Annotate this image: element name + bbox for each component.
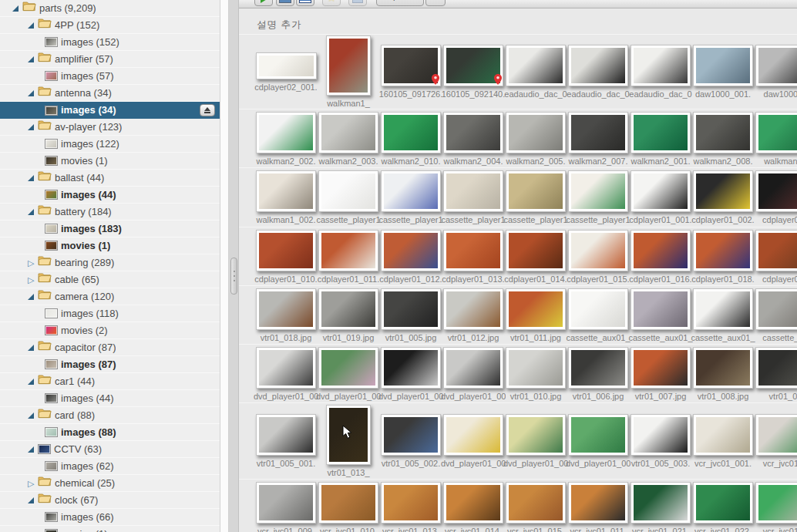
tree-item[interactable]: ▷ cable (65) (0, 271, 220, 288)
thumbnail-image[interactable] (506, 230, 566, 271)
thumbnail-item[interactable]: walkman2_007. (568, 109, 628, 167)
thumbnail-image[interactable] (631, 230, 691, 271)
thumbnail-item[interactable]: cdplayer02_001. (256, 35, 316, 109)
thumbnail-image[interactable] (256, 482, 316, 524)
expand-arrow-icon[interactable] (28, 90, 34, 96)
thumbnail-item[interactable]: cassette_player1 (381, 168, 441, 227)
thumbnail-image[interactable] (443, 414, 503, 456)
thumbnail-item[interactable]: vtr01_013_ (318, 403, 378, 479)
thumbnail-image[interactable] (443, 170, 503, 212)
thumbnail-item[interactable]: cassette_au (755, 286, 797, 344)
expand-arrow-icon[interactable] (28, 294, 34, 300)
thumbnail-item[interactable]: walkman2_002. (256, 109, 316, 167)
thumbnail-item[interactable]: cdplayer01_012. (381, 227, 441, 285)
thumbnail-image[interactable] (631, 45, 691, 86)
tree-item[interactable]: car1 (44) (0, 373, 220, 390)
tree-item[interactable]: images (66) (0, 509, 220, 526)
thumbnail-image[interactable] (381, 347, 441, 389)
thumbnail-image[interactable] (506, 45, 566, 86)
thumbnail-image[interactable] (443, 112, 503, 153)
report-dropdown[interactable]: 레포트 (376, 0, 424, 6)
thumbnail-item[interactable]: cdplayer01_016. (631, 227, 691, 285)
expand-arrow-icon[interactable] (28, 497, 34, 503)
thumbnail-item[interactable]: walkman1_ (318, 35, 378, 109)
tree-scrollbar[interactable] (220, 0, 229, 532)
thumbnail-item[interactable]: cdplayer01_014. (506, 227, 566, 285)
tree-item[interactable]: av-player (123) (0, 119, 220, 136)
expand-arrow-icon[interactable] (12, 5, 18, 12)
thumbnail-item[interactable]: daw1000_001. (693, 35, 753, 109)
thumbnail-item[interactable]: vcr_jvc01_021. (631, 480, 691, 532)
thumbnail-item[interactable]: dvd_player01_00 (318, 345, 378, 402)
thumbnail-item[interactable]: cassette_player1 (443, 168, 503, 227)
thumbnail-image[interactable] (568, 347, 628, 389)
thumbnail-image[interactable] (755, 482, 797, 524)
thumbnail-image[interactable] (381, 414, 441, 456)
tree-item[interactable]: images (44) (0, 390, 220, 407)
thumbnail-image[interactable] (631, 347, 691, 389)
tree-item[interactable]: antenna (34) (0, 85, 220, 102)
thumbnail-image[interactable] (506, 112, 566, 153)
thumbnail-item[interactable]: cassette_aux01_ (631, 286, 691, 344)
thumbnail-item[interactable]: walkman2_010. (381, 109, 441, 167)
thumbnail-image[interactable] (256, 230, 316, 271)
thumbnail-image[interactable] (381, 230, 441, 271)
thumbnail-item[interactable]: vtr01_019.jpg (318, 286, 378, 344)
tree-item[interactable]: ▷ chemical (25) (0, 475, 220, 492)
tree-item[interactable]: camera (120) (0, 288, 220, 305)
thumbnail-item[interactable]: eadaudio_dac_0 (506, 35, 566, 109)
expand-arrow-icon[interactable] (28, 412, 34, 419)
expand-arrow-icon[interactable] (28, 379, 34, 385)
thumbnail-item[interactable]: cdplayer01_010. (256, 227, 316, 285)
tree-item[interactable]: images (34) (0, 102, 220, 119)
thumbnail-item[interactable]: walkman2_001. (631, 109, 691, 167)
thumbnail-item[interactable]: cassette_player1 (506, 168, 566, 227)
thumbnail-item[interactable]: dvd_player01_00 (381, 345, 441, 402)
thumbnail-image[interactable] (381, 288, 441, 330)
collapse-arrow-icon[interactable]: ▷ (28, 254, 35, 271)
thumbnail-image[interactable] (506, 482, 566, 524)
expand-arrow-icon[interactable] (28, 124, 34, 130)
thumbnail-image[interactable] (318, 347, 378, 389)
thumbnail-item[interactable]: walkman2_003. (318, 109, 378, 167)
thumbnail-image[interactable] (568, 230, 628, 271)
thumbnail-image[interactable] (693, 288, 753, 330)
thumbnail-item[interactable]: vcr_jvc01_011. (568, 480, 628, 532)
thumbnail-item[interactable]: cdplayer01_013. (443, 227, 503, 285)
thumbnail-image[interactable] (693, 230, 753, 271)
add-description-field[interactable]: 설명 추가 (257, 19, 301, 32)
thumbnail-item[interactable]: vcr_jvc01_013. (381, 480, 441, 532)
thumbnail-image[interactable] (755, 230, 797, 271)
thumbnail-item[interactable]: cdplayer01_011. (318, 227, 378, 285)
thumbnail-item[interactable]: cassette_aux01_ (568, 286, 628, 344)
thumbnail-image[interactable] (631, 112, 691, 153)
thumbnail-item[interactable]: vtr01_007.jpg (631, 345, 691, 402)
tree-item[interactable]: movies (1) (0, 153, 220, 170)
thumbnail-item[interactable]: 160105_092140. (443, 35, 503, 109)
thumbnail-image[interactable] (381, 45, 441, 86)
thumbnail-image[interactable] (256, 414, 316, 456)
tree-item[interactable]: images (152) (0, 34, 220, 51)
thumbnail-image[interactable] (256, 112, 316, 153)
thumbnail-item[interactable]: vcr_jvc01_014. (443, 480, 503, 532)
thumbnail-item[interactable]: cdplayer01_001. (631, 168, 691, 227)
thumbnail-item[interactable]: walkman1_002. (256, 168, 316, 227)
thumbnail-item[interactable]: vtr01_008.jpg (693, 345, 753, 402)
thumbnail-item[interactable]: cassette_aux01_ (693, 286, 753, 344)
thumbnail-image[interactable] (443, 482, 503, 524)
thumbnail-item[interactable]: vcr_jvc01_009. (256, 480, 316, 532)
expand-arrow-icon[interactable] (28, 209, 34, 215)
thumbnail-image[interactable] (693, 112, 753, 153)
thumbnail-image[interactable] (631, 170, 691, 212)
thumbnail-item[interactable]: vtr01_012.jpg (443, 286, 503, 344)
tree-item[interactable]: battery (184) (0, 204, 220, 221)
thumbnail-image[interactable] (256, 170, 316, 212)
play-slideshow-button[interactable] (254, 0, 273, 6)
thumbnail-image[interactable] (693, 170, 753, 212)
tree-item[interactable]: movies (1) (0, 237, 220, 254)
collapse-arrow-icon[interactable]: ▷ (28, 475, 35, 492)
thumbnail-item[interactable]: daw1000_0 (755, 35, 797, 109)
thumbnail-image[interactable] (755, 288, 797, 330)
thumbnail-image[interactable] (693, 414, 753, 456)
thumbnail-item[interactable]: vcr_jvc01_022. (693, 480, 753, 532)
